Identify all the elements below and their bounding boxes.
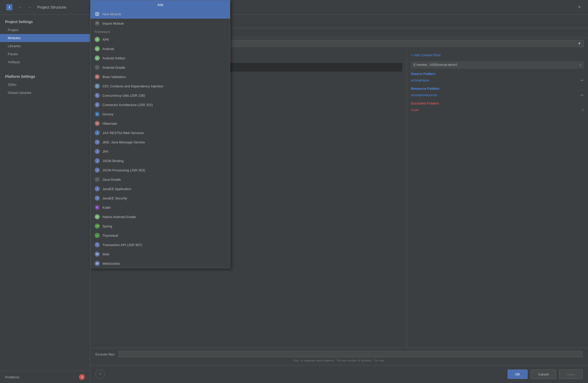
- connector-icon: C: [95, 102, 100, 107]
- websocket-icon: W: [95, 261, 100, 266]
- dropdown-jms[interactable]: J JMS: Java Message Service: [90, 137, 230, 147]
- web-icon: W: [95, 252, 100, 257]
- title-bar: I ← → Project Structure ×: [0, 0, 588, 15]
- exclude-files-input[interactable]: [118, 351, 583, 357]
- source-folder-path: src\main\java: [411, 79, 429, 82]
- remove-content-root-button[interactable]: ×: [579, 63, 581, 67]
- dropdown-thymeleaf[interactable]: ✓ Thymeleaf: [90, 231, 230, 240]
- close-button[interactable]: ×: [576, 3, 583, 11]
- excluded-folders-label: Excluded Folders: [411, 101, 584, 105]
- dropdown-concurrency[interactable]: C Concurrency Utils (JSR 236): [90, 91, 230, 100]
- main-layout: Project Settings Project Modules Librari…: [0, 15, 588, 383]
- sidebar-item-project[interactable]: Project: [0, 26, 90, 34]
- app-icon: I: [5, 3, 13, 11]
- dropdown-android[interactable]: A Android: [90, 44, 230, 53]
- help-button[interactable]: ?: [95, 370, 105, 379]
- dropdown-javaee-security[interactable]: J JavaEE Security: [90, 193, 230, 203]
- add-content-root-button[interactable]: + Add Content Root: [411, 53, 584, 57]
- dropdown-cdi[interactable]: C CDI: Contexts and Dependency Injection: [90, 81, 230, 91]
- dropdown-android-gradle[interactable]: G Android-Gradle: [90, 63, 230, 72]
- action-buttons: ? OK Cancel Apply: [90, 365, 588, 383]
- android-artifact-icon: A: [95, 55, 100, 61]
- exclude-files-label: Exclude files:: [95, 352, 115, 356]
- add-dropdown: Add New Module Import Module Framework A…: [90, 0, 230, 268]
- bean-validation-icon: B: [95, 74, 100, 79]
- dropdown-javaee-app[interactable]: J JavaEE Application: [90, 184, 230, 193]
- dropdown-new-module[interactable]: New Module: [90, 9, 230, 19]
- cancel-button[interactable]: Cancel: [531, 370, 556, 379]
- source-folder-item: src\main\java ✏: [411, 77, 584, 83]
- apply-button[interactable]: Apply: [559, 370, 583, 379]
- native-android-icon: N: [95, 214, 100, 219]
- platform-settings-title: Platform Settings: [0, 69, 90, 81]
- problems-count-badge: 4: [79, 374, 85, 380]
- sidebar-item-facets[interactable]: Facets: [0, 50, 90, 58]
- edit-source-folder-button[interactable]: ✏: [581, 78, 584, 82]
- source-folders-label: Source Folders: [411, 72, 584, 76]
- javaee-security-icon: J: [95, 196, 100, 201]
- jax-icon: J: [95, 130, 100, 135]
- new-module-icon: [95, 11, 100, 17]
- dropdown-hibernate[interactable]: H Hibernate: [90, 119, 230, 128]
- sidebar: Project Settings Project Modules Librari…: [0, 15, 90, 383]
- edit-resource-folder-button[interactable]: ✏: [581, 93, 584, 97]
- project-settings-title: Project Settings: [0, 15, 90, 26]
- dropdown-spring[interactable]: 🌱 Spring: [90, 221, 230, 231]
- dropdown-json-binding[interactable]: J JSON Binding: [90, 156, 230, 165]
- dropdown-groovy[interactable]: G Groovy: [90, 109, 230, 119]
- sidebar-item-libraries[interactable]: Libraries: [0, 42, 90, 50]
- ok-button[interactable]: OK: [508, 370, 528, 379]
- resource-folders-label: Resource Folders: [411, 87, 584, 90]
- dropdown-bean-validation[interactable]: B Bean Validation: [90, 72, 230, 81]
- dropdown-native-android[interactable]: N Native-Android-Gradle: [90, 212, 230, 221]
- cdi-icon: C: [95, 83, 100, 89]
- jpa-icon: J: [95, 149, 100, 154]
- dropdown-transaction[interactable]: T Transaction API (JSR 907): [90, 240, 230, 249]
- dropdown-android-artifact[interactable]: A Android Artifact: [90, 53, 230, 63]
- content-root-path: E:\review\...\代码\tomcat-demo1: [414, 63, 458, 67]
- dropdown-import-module[interactable]: Import Module: [90, 19, 230, 28]
- dropdown-web[interactable]: W Web: [90, 249, 230, 259]
- json-binding-icon: J: [95, 158, 100, 163]
- resource-folder-path: src\main\resources: [411, 93, 437, 97]
- dropdown-connector[interactable]: C Connector Architecture (JSR 322): [90, 100, 230, 109]
- android-icon: A: [95, 46, 100, 51]
- sidebar-item-global-libraries[interactable]: Global Libraries: [0, 89, 90, 97]
- sdk-dropdown-arrow: ▼: [578, 41, 581, 45]
- dropdown-header: Add: [90, 0, 230, 9]
- thymeleaf-icon: ✓: [95, 233, 100, 238]
- remove-excluded-folder-button[interactable]: ×: [582, 108, 584, 112]
- jms-icon: J: [95, 140, 100, 145]
- dropdown-jax[interactable]: J JAX RESTful Web Services: [90, 128, 230, 137]
- hibernate-icon: H: [95, 121, 100, 126]
- import-module-icon: [95, 21, 100, 26]
- back-button[interactable]: ←: [17, 4, 24, 11]
- dropdown-json-processing[interactable]: J JSON Processing (JSR 353): [90, 165, 230, 175]
- dropdown-kotlin[interactable]: K Kotlin: [90, 203, 230, 212]
- spring-icon: 🌱: [95, 224, 100, 229]
- dropdown-java-gradle[interactable]: G Java-Gradle: [90, 175, 230, 184]
- dropdown-websocket[interactable]: W WebSocket: [90, 259, 230, 268]
- problems-label: Problems: [5, 375, 19, 379]
- exclude-row: Exclude files:: [95, 351, 583, 357]
- transaction-icon: T: [95, 242, 100, 247]
- android-gradle-icon: G: [95, 65, 100, 70]
- sidebar-item-artifacts[interactable]: Artifacts: [0, 58, 90, 66]
- resource-folder-item: src\main\resources ✏: [411, 92, 584, 98]
- apk-icon: A: [95, 37, 100, 42]
- json-processing-icon: J: [95, 168, 100, 173]
- forward-button[interactable]: →: [26, 4, 33, 11]
- dropdown-jpa[interactable]: J JPA: [90, 147, 230, 156]
- kotlin-icon: K: [95, 205, 100, 210]
- svg-text:I: I: [9, 5, 10, 9]
- framework-section-label: Framework: [90, 28, 230, 35]
- javaee-app-icon: J: [95, 186, 100, 191]
- content-root-header: E:\review\...\代码\tomcat-demo1 ×: [411, 61, 584, 69]
- exclude-hint: Use ; to separate name patterns, * for a…: [95, 359, 583, 362]
- sidebar-item-modules[interactable]: Modules: [0, 34, 90, 42]
- dropdown-apk[interactable]: A APK: [90, 35, 230, 44]
- project-structure-dialog: I ← → Project Structure × Project Settin…: [0, 0, 588, 383]
- groovy-icon: G: [95, 112, 100, 117]
- sidebar-item-sdks[interactable]: SDKs: [0, 81, 90, 89]
- right-panel: + Add Content Root E:\review\...\代码\tomc…: [407, 49, 588, 348]
